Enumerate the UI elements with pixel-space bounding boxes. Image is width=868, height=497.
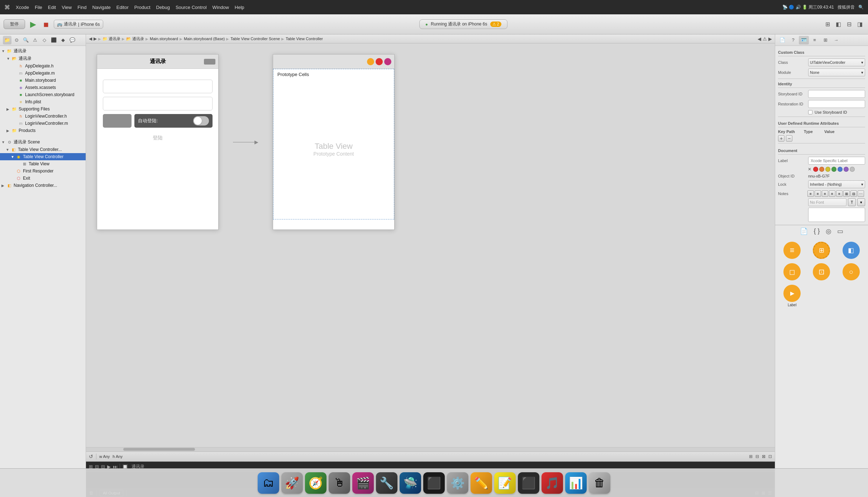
menu-product[interactable]: Product — [134, 5, 151, 10]
menu-help[interactable]: Help — [235, 5, 244, 10]
dock-xcode[interactable]: 🛸 — [400, 472, 421, 494]
menu-xcode[interactable]: Xcode — [16, 5, 29, 10]
nav-right-btn[interactable]: ▶ — [768, 36, 772, 42]
lock-dropdown[interactable]: Inherited - (Nothing) ▾ — [808, 180, 865, 188]
find-tab[interactable]: 🔍 — [22, 36, 30, 44]
test-tab[interactable]: ◇ — [40, 36, 49, 44]
obj-item-1[interactable]: ≡ — [778, 240, 806, 260]
menu-window[interactable]: Window — [213, 5, 229, 10]
appdelegate-m[interactable]: m AppDelegate.m — [0, 70, 86, 77]
dock-music[interactable]: 🎵 — [542, 472, 563, 494]
attributes-inspector-tab[interactable]: ≡ — [810, 36, 820, 44]
layout-btn-1[interactable]: ⊞ — [749, 454, 753, 459]
loginvc-m[interactable]: m LoginViewController.m — [0, 120, 86, 127]
menu-input-method[interactable]: 搜狐拼音 — [838, 4, 855, 10]
login-button-label[interactable]: 登陆 — [103, 135, 213, 141]
dock-settings[interactable]: ⚙️ — [447, 472, 468, 494]
snippets-lib-icon[interactable]: ▭ — [837, 227, 843, 235]
info-plist[interactable]: ≡ Info.plist — [0, 98, 86, 105]
layout-btn-4[interactable]: ⊡ — [768, 454, 772, 459]
notes-align-btn-2[interactable]: ≡ — [815, 190, 821, 197]
notes-align-btn-4[interactable]: ≡ — [829, 190, 835, 197]
obj-item-4[interactable]: ◻ — [778, 262, 806, 282]
remove-attribute-btn[interactable]: − — [786, 135, 792, 142]
table-view-item[interactable]: ⊞ Table View — [0, 160, 86, 167]
supporting-files-group[interactable]: ▶ 📁 Supporting Files — [0, 105, 86, 113]
breakpoints-tab[interactable]: ◆ — [59, 36, 67, 44]
launch-storyboard[interactable]: ■ LaunchScreen.storyboard — [0, 91, 86, 98]
dock-rocket[interactable]: 🚀 — [281, 472, 303, 494]
code-lib-icon[interactable]: { } — [814, 227, 820, 235]
menu-search-icon[interactable]: 🔍 — [858, 5, 864, 10]
back-btn[interactable]: ◀ — [89, 36, 92, 41]
stop-button[interactable]: ◼ — [41, 19, 51, 30]
add-attribute-btn[interactable]: + — [778, 135, 784, 142]
obj-item-3[interactable]: ◧ — [837, 240, 865, 260]
menu-file[interactable]: File — [35, 5, 42, 10]
breadcrumb-3[interactable]: Main.storyboard — [150, 37, 178, 41]
dock-finder[interactable]: 🗂 — [258, 472, 279, 494]
apple-logo[interactable]: ⌘ — [4, 4, 10, 11]
file-lib-icon[interactable]: 📄 — [800, 227, 808, 235]
class-dropdown[interactable]: UITableViewController ▾ — [808, 58, 865, 66]
report-tab[interactable]: 💬 — [68, 36, 77, 44]
group-tongxunlu[interactable]: ▼ 📂 通讯录 — [0, 55, 86, 62]
menu-find[interactable]: Find — [77, 5, 86, 10]
quick-help-tab[interactable]: ? — [788, 36, 798, 44]
warning-badge[interactable]: ⚠ 2 — [490, 22, 501, 27]
notes-more-btn[interactable]: ⋯ — [858, 190, 864, 197]
main-storyboard[interactable]: ■ Main.storyboard — [0, 77, 86, 84]
layout-btn-2[interactable]: ⊟ — [755, 454, 759, 459]
menu-source-control[interactable]: Source Control — [176, 5, 207, 10]
media-lib-icon[interactable]: ◎ — [826, 227, 831, 235]
inspector-toggle[interactable]: ◨ — [855, 20, 864, 29]
first-responder-item[interactable]: ⬡ First Responder — [0, 167, 86, 175]
use-storyboard-id-checkbox[interactable] — [808, 110, 812, 114]
dock-tools[interactable]: 🔧 — [376, 472, 397, 494]
notes-align-btn-1[interactable]: ≡ — [807, 190, 814, 197]
menu-debug[interactable]: Debug — [156, 5, 170, 10]
table-vc-item[interactable]: ▼ ◉ Table View Controller — [0, 153, 86, 160]
module-dropdown[interactable]: None ▾ — [808, 68, 865, 76]
debug-toggle[interactable]: ⊟ — [845, 20, 853, 29]
loginvc-h[interactable]: h LoginViewController.h — [0, 113, 86, 120]
scheme-selector[interactable]: 🚌 通讯录 | iPhone 6s — [54, 20, 103, 29]
identity-inspector-tab[interactable]: 🪪 — [799, 36, 809, 44]
run-button[interactable]: ▶ — [28, 18, 38, 30]
appdelegate-h[interactable]: h AppDelegate.h — [0, 62, 86, 70]
color-dot-blue[interactable] — [838, 167, 843, 172]
size-inspector-tab[interactable]: ⊞ — [820, 36, 830, 44]
navigator-toggle[interactable]: ◧ — [834, 20, 843, 29]
color-dot-yellow[interactable] — [825, 167, 830, 172]
breadcrumb-4[interactable]: Main.storyboard (Base) — [184, 37, 225, 41]
w-size-selector[interactable]: w Any — [99, 454, 110, 459]
doc-label-input[interactable] — [808, 157, 865, 165]
dock-mouse[interactable]: 🖱 — [329, 472, 350, 494]
canvas-scroll[interactable]: 通讯录 — [86, 43, 775, 451]
nav-controller-item[interactable]: ▶ ◧ Navigation Controller... — [0, 182, 86, 189]
color-dot-orange[interactable] — [819, 167, 824, 172]
color-dot-green[interactable] — [831, 167, 836, 172]
project-root[interactable]: ▼ 📁 通讯录 — [0, 47, 86, 55]
products-group[interactable]: ▶ 📁 Products — [0, 127, 86, 134]
notes-align-btn-5[interactable]: ≡ — [836, 190, 843, 197]
font-dropdown[interactable]: No Font — [808, 198, 846, 206]
file-inspector-tab[interactable]: 📄 — [777, 36, 787, 44]
obj-item-5[interactable]: ⊡ — [807, 262, 835, 282]
menu-editor[interactable]: Editor — [116, 5, 129, 10]
forward-btn[interactable]: ▶ — [94, 36, 97, 41]
file-navigator-tab[interactable]: 📁 — [3, 36, 11, 44]
menu-view[interactable]: View — [62, 5, 72, 10]
notes-align-btn-3[interactable]: ≡ — [822, 190, 828, 197]
nav-left-btn[interactable]: ◀ — [758, 36, 761, 42]
dock-notes[interactable]: 📝 — [494, 472, 516, 494]
font-btn-1[interactable]: T — [848, 198, 856, 206]
dock-sketch[interactable]: ✏️ — [471, 472, 492, 494]
dock-trash[interactable]: 🗑 — [589, 472, 610, 494]
connections-inspector-tab[interactable]: → — [831, 36, 841, 44]
notes-table-btn[interactable]: ⊟ — [850, 190, 857, 197]
zoom-back-btn[interactable]: ↺ — [89, 454, 93, 459]
scene-root[interactable]: ▼ ⊙ 通讯录 Scene — [0, 138, 86, 146]
dock-safari[interactable]: 🧭 — [305, 472, 326, 494]
menu-edit[interactable]: Edit — [48, 5, 56, 10]
